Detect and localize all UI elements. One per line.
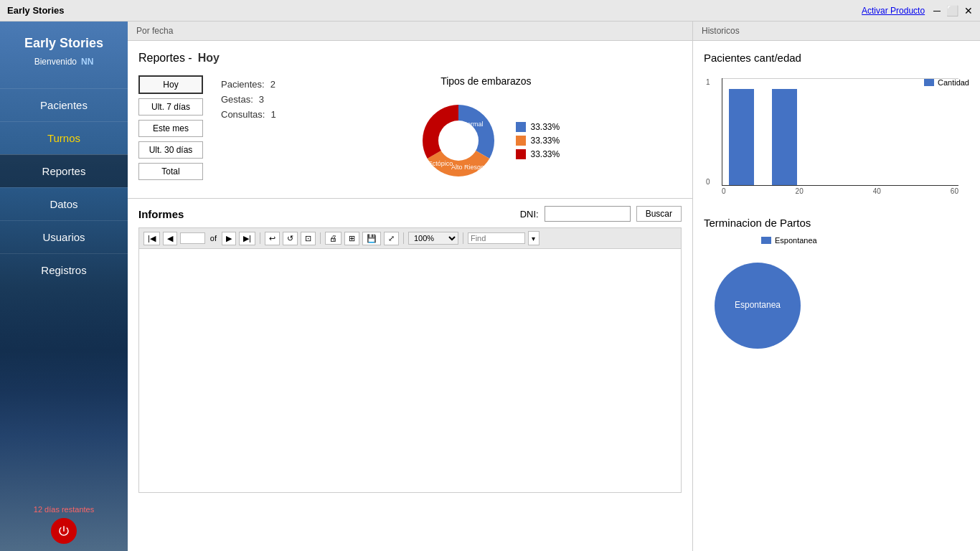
toolbar-first[interactable]: |◀ bbox=[143, 232, 160, 245]
legend-ectopico: 33.33% bbox=[516, 136, 560, 146]
toolbar-find-input[interactable] bbox=[468, 232, 525, 244]
toolbar-stop[interactable]: ⊡ bbox=[301, 232, 316, 245]
btn-total[interactable]: Total bbox=[138, 163, 203, 180]
pacientes-chart-title: Pacientes cant/edad bbox=[704, 52, 969, 64]
chart-legend: 33.33% 33.33% 33.33% bbox=[516, 122, 560, 159]
legend-color-altoriesgo bbox=[516, 149, 526, 159]
reportes-header: Reportes - Hoy bbox=[138, 52, 682, 65]
stat-consultas: Consultas: 1 bbox=[221, 109, 276, 120]
legend-ectopico-pct: 33.33% bbox=[530, 136, 560, 146]
power-icon bbox=[57, 524, 70, 537]
sidebar-item-registros[interactable]: Registros bbox=[0, 253, 128, 286]
toolbar-zoom-select[interactable]: 100% 75% 50% 125% 150% bbox=[408, 232, 458, 245]
y-axis-line bbox=[722, 78, 722, 186]
maximize-button[interactable]: ⬜ bbox=[946, 5, 958, 17]
power-button[interactable] bbox=[51, 518, 77, 544]
toolbar-back[interactable]: ↩ bbox=[265, 232, 280, 245]
main-content: Por fecha Reportes - Hoy Hoy Ult. 7 días… bbox=[128, 22, 980, 551]
bar-20 bbox=[729, 89, 754, 186]
svg-text:Ectópico: Ectópico bbox=[428, 160, 453, 167]
x-label-0: 0 bbox=[722, 187, 726, 195]
legend-color-normal bbox=[516, 122, 526, 132]
x-label-20: 20 bbox=[796, 187, 804, 195]
report-content bbox=[138, 249, 682, 493]
toolbar-sep3 bbox=[403, 232, 404, 244]
sidebar-item-pacientes[interactable]: Pacientes bbox=[0, 88, 128, 121]
x-axis-labels: 0 20 40 60 bbox=[722, 187, 958, 195]
stat-consultas-value: 1 bbox=[270, 109, 275, 120]
right-panel: Historicos Pacientes cant/edad Cantidad bbox=[693, 22, 980, 551]
toolbar-sep1 bbox=[260, 232, 260, 244]
bar-chart: 1 0 bbox=[722, 78, 958, 186]
section-label: Por fecha bbox=[128, 22, 692, 41]
pie-center-label: Espontanea bbox=[735, 300, 781, 310]
stat-pacientes-value: 2 bbox=[270, 79, 275, 90]
sidebar: Early Stories Bienvenido NN Pacientes Tu… bbox=[0, 22, 128, 551]
btn-ult30[interactable]: Ult. 30 días bbox=[138, 141, 203, 159]
window-controls: ─ ⬜ ✕ bbox=[933, 5, 973, 17]
grid-line-top bbox=[722, 78, 958, 79]
sidebar-item-turnos[interactable]: Turnos bbox=[0, 121, 128, 154]
btn-hoy[interactable]: Hoy bbox=[138, 75, 203, 94]
reportes-area: Reportes - Hoy Hoy Ult. 7 días Este mes … bbox=[128, 41, 692, 198]
toolbar-next[interactable]: ▶ bbox=[222, 232, 236, 245]
sidebar-nav: Pacientes Turnos Reportes Datos Usuarios… bbox=[0, 88, 128, 286]
toolbar-refresh[interactable]: ↺ bbox=[283, 232, 298, 245]
toolbar-last[interactable]: ▶| bbox=[239, 232, 255, 245]
x-label-60: 60 bbox=[951, 187, 958, 195]
sidebar-item-reportes[interactable]: Reportes bbox=[0, 154, 128, 187]
historicos-label: Historicos bbox=[693, 22, 980, 41]
activar-producto-link[interactable]: Activar Producto bbox=[862, 6, 925, 16]
pie-chart-legend: Espontanea bbox=[761, 236, 969, 245]
terminacion-title: Terminacion de Partos bbox=[704, 217, 969, 229]
toolbar-of: of bbox=[208, 234, 219, 242]
bars-container bbox=[722, 78, 958, 186]
stat-gestas-value: 3 bbox=[259, 94, 264, 105]
dni-input[interactable] bbox=[545, 206, 631, 222]
legend-color-ectopico bbox=[516, 136, 526, 146]
report-toolbar: |◀ ◀ of ▶ ▶| ↩ ↺ ⊡ 🖨 ⊞ 💾 ⤢ bbox=[138, 227, 682, 249]
reportes-period: Hoy bbox=[198, 52, 220, 65]
sidebar-item-usuarios[interactable]: Usuarios bbox=[0, 220, 128, 253]
minimize-button[interactable]: ─ bbox=[933, 5, 941, 17]
sidebar-title: Early Stories bbox=[24, 36, 103, 51]
title-bar-right: Activar Producto ─ ⬜ ✕ bbox=[862, 5, 973, 17]
chart-title: Tipos de embarazos bbox=[440, 75, 531, 87]
toolbar-sep2 bbox=[320, 232, 321, 244]
grid-line-bottom bbox=[722, 185, 958, 186]
historicos-content: Pacientes cant/edad Cantidad 1 0 bbox=[693, 41, 980, 370]
btn-estemes[interactable]: Este mes bbox=[138, 120, 203, 137]
bar-chart-wrapper: Cantidad 1 0 bbox=[704, 78, 969, 195]
stat-pacientes-label: Pacientes: bbox=[221, 79, 265, 90]
stat-consultas-label: Consultas: bbox=[221, 109, 265, 120]
toolbar-sep4 bbox=[463, 232, 463, 244]
close-button[interactable]: ✕ bbox=[964, 5, 973, 17]
toolbar-find-dropdown[interactable]: ▾ bbox=[528, 231, 540, 245]
toolbar-prev[interactable]: ◀ bbox=[163, 232, 177, 245]
svg-text:Normal: Normal bbox=[463, 121, 484, 128]
bar-40 bbox=[772, 89, 797, 186]
report-stats: Pacientes: 2 Gestas: 3 Consultas: 1 bbox=[221, 79, 276, 187]
report-period-buttons: Hoy Ult. 7 días Este mes Ult. 30 días To… bbox=[138, 75, 203, 187]
chart-with-legend: Normal Ectópico Alto Riesgo 33.33% bbox=[412, 94, 560, 187]
pie-chart: Espontanea bbox=[704, 252, 811, 359]
toolbar-layout[interactable]: ⊞ bbox=[344, 232, 359, 245]
toolbar-export[interactable]: 💾 bbox=[362, 232, 381, 245]
sidebar-item-datos[interactable]: Datos bbox=[0, 187, 128, 220]
dni-area: DNI: Buscar bbox=[520, 206, 682, 222]
donut-svg: Normal Ectópico Alto Riesgo bbox=[412, 94, 505, 187]
toolbar-nav[interactable]: ⤢ bbox=[384, 232, 399, 245]
svg-text:Alto Riesgo: Alto Riesgo bbox=[451, 164, 484, 171]
toolbar-page-input[interactable] bbox=[180, 232, 205, 244]
toolbar-print[interactable]: 🖨 bbox=[325, 232, 341, 245]
user-initials: NN bbox=[81, 57, 93, 67]
reportes-label: Reportes - bbox=[138, 52, 192, 65]
title-bar: Early Stories Activar Producto ─ ⬜ ✕ bbox=[0, 0, 980, 22]
left-panel: Por fecha Reportes - Hoy Hoy Ult. 7 días… bbox=[128, 22, 693, 551]
sidebar-bottom: 12 días restantes bbox=[34, 505, 94, 544]
stat-gestas-label: Gestas: bbox=[221, 94, 253, 105]
btn-ult7[interactable]: Ult. 7 días bbox=[138, 98, 203, 116]
legend-altoriesgo-pct: 33.33% bbox=[530, 149, 560, 159]
buscar-button[interactable]: Buscar bbox=[636, 206, 682, 222]
pie-legend-color bbox=[761, 237, 771, 244]
